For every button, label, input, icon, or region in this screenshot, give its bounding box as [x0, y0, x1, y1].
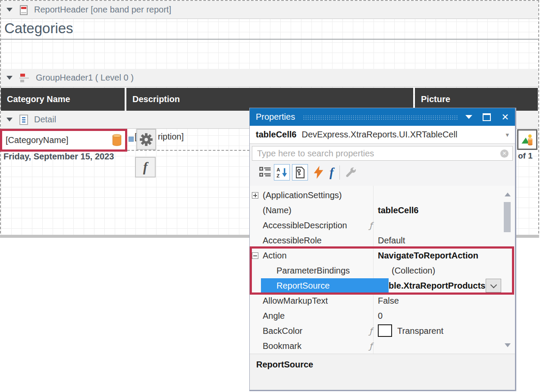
property-value[interactable]: ble.XtraReportProducts [389, 278, 515, 293]
category-name-field-cell[interactable]: [CategoryName] [0, 129, 127, 152]
scroll-down-icon[interactable] [505, 343, 511, 347]
property-row-bookmark[interactable]: Bookmarkƒ [250, 339, 515, 354]
value-dropdown-button[interactable] [486, 279, 501, 292]
settings-button[interactable] [345, 166, 357, 179]
property-name[interactable]: Action [261, 248, 375, 263]
expression-fx-icon[interactable]: ƒ [369, 324, 372, 339]
properties-title-bar[interactable]: Properties ✕ [250, 108, 515, 126]
property-page-button[interactable] [292, 164, 308, 180]
property-value[interactable] [375, 188, 515, 203]
search-box: ✕ [252, 146, 513, 161]
object-type: DevExpress.XtraReports.UI.XRTableCell [301, 130, 457, 140]
page-info-text: of 1 [518, 151, 533, 161]
table-header-category-name[interactable]: Category Name [1, 88, 125, 111]
band-bottom-dashed-border [127, 150, 250, 151]
expander-column [250, 308, 261, 324]
category-field-text: [CategoryName] [6, 135, 69, 145]
property-row-angle[interactable]: Angle0 [250, 308, 515, 324]
property-row-backcolor[interactable]: BackColorƒTransparent [250, 324, 515, 339]
property-name[interactable]: BackColorƒ [261, 324, 375, 339]
property-value[interactable]: NavigateToReportAction [375, 248, 515, 263]
expressions-button[interactable]: f [330, 165, 334, 180]
alphabetical-sort-button[interactable]: A Z [274, 164, 290, 180]
property-row-applicationsettings[interactable]: (ApplicationSettings) [250, 188, 515, 203]
scroll-up-icon[interactable] [505, 193, 511, 196]
property-row-reportsource[interactable]: ReportSourceble.XtraReportProducts [250, 278, 515, 293]
chevron-down-icon[interactable] [465, 115, 472, 119]
svg-text:Z: Z [276, 173, 279, 178]
search-input[interactable] [252, 146, 513, 161]
property-value-text: Transparent [397, 326, 443, 336]
band-report-header[interactable]: ReportHeader [one band per report] [1, 1, 538, 19]
property-name[interactable]: (ApplicationSettings) [261, 188, 375, 203]
collapse-triangle-icon[interactable] [6, 8, 13, 12]
property-name[interactable]: ReportSource [261, 278, 389, 293]
property-value[interactable] [375, 218, 515, 233]
expander-column [250, 293, 261, 308]
report-title-cell[interactable]: Categories [1, 19, 538, 40]
database-field-icon [112, 134, 122, 146]
description-field-text-right: ription] [158, 132, 184, 142]
property-row-parameterbindings[interactable]: ParameterBindings(Collection) [250, 263, 515, 278]
band-label: GroupHeader1 ( Level 0 ) [36, 73, 134, 83]
property-name[interactable]: AccessibleDescriptionƒ [261, 218, 375, 233]
panel-title: Properties [256, 112, 295, 122]
property-row-action[interactable]: ActionNavigateToReportAction [250, 248, 515, 263]
property-row-accessibledescription[interactable]: AccessibleDescriptionƒ [250, 218, 515, 233]
property-name[interactable]: AllowMarkupText [261, 293, 375, 308]
property-value[interactable]: Default [375, 233, 515, 248]
expander-column [250, 218, 261, 233]
expression-fx-icon[interactable]: ƒ [369, 218, 372, 233]
expression-button[interactable]: f [135, 157, 156, 177]
property-description-area: ReportSource [250, 354, 515, 390]
maximize-icon[interactable] [483, 113, 491, 121]
expand-icon[interactable] [252, 192, 258, 199]
close-icon[interactable]: ✕ [501, 112, 509, 121]
expander-column [250, 233, 261, 248]
property-value[interactable]: 0 [375, 308, 515, 324]
picture-field-cell[interactable] [517, 129, 537, 150]
properties-panel: Properties ✕ tableCell6 DevExpress.XtraR… [249, 108, 516, 391]
function-icon: f [143, 159, 148, 175]
clear-search-icon[interactable]: ✕ [500, 149, 509, 158]
expander-column [250, 278, 261, 293]
expander-column [250, 188, 261, 203]
color-swatch[interactable] [378, 324, 392, 337]
property-row-accessiblerole[interactable]: AccessibleRoleDefault [250, 233, 515, 248]
date-field-text[interactable]: Friday, September 15, 2023 [3, 152, 114, 162]
property-value[interactable]: Transparent [375, 324, 515, 339]
collapse-icon[interactable] [252, 252, 258, 259]
property-name[interactable]: ParameterBindings [261, 263, 389, 278]
expression-fx-icon[interactable]: ƒ [369, 339, 372, 354]
property-grid: (ApplicationSettings)(Name)tableCell6Acc… [250, 186, 515, 356]
svg-text:A: A [276, 167, 280, 172]
report-title: Categories [1, 19, 73, 37]
band-group-header[interactable]: GroupHeader1 ( Level 0 ) [1, 69, 538, 87]
selected-object-row[interactable]: tableCell6 DevExpress.XtraReports.UI.XRT… [250, 126, 515, 144]
property-value[interactable]: False [375, 293, 515, 308]
property-name[interactable]: AccessibleRole [261, 233, 375, 248]
collapse-triangle-icon[interactable] [6, 118, 13, 121]
property-value[interactable]: tableCell6 [375, 203, 515, 218]
scrollbar-thumb[interactable] [504, 202, 511, 232]
wrench-icon [345, 166, 357, 179]
property-row-name[interactable]: (Name)tableCell6 [250, 203, 515, 218]
property-name[interactable]: Bookmarkƒ [261, 339, 375, 354]
property-row-allowmarkuptext[interactable]: AllowMarkupTextFalse [250, 293, 515, 308]
object-dropdown-icon[interactable]: ▾ [505, 131, 509, 139]
property-value[interactable] [375, 339, 515, 354]
scrollbar[interactable] [504, 192, 511, 354]
property-value[interactable]: (Collection) [389, 263, 515, 278]
property-name[interactable]: Angle [261, 308, 375, 324]
band-label: ReportHeader [one band per report] [34, 5, 171, 15]
property-name[interactable]: (Name) [261, 203, 375, 218]
band-label: Detail [34, 115, 56, 124]
collapse-triangle-icon[interactable] [6, 76, 13, 80]
detail-band-icon [19, 115, 28, 125]
events-button[interactable] [313, 166, 324, 179]
properties-toolbar: A Z f [250, 161, 515, 184]
categorized-view-button[interactable] [259, 166, 272, 179]
drag-grip-dots[interactable] [303, 115, 458, 120]
selection-handle[interactable] [129, 137, 134, 142]
smart-tag-button[interactable] [136, 129, 156, 150]
